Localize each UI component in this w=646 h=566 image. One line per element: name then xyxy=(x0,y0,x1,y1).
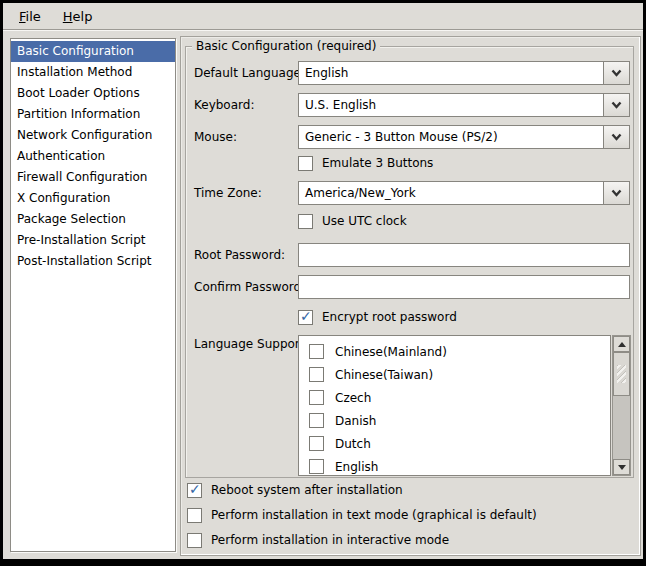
scrollbar-grip xyxy=(617,365,626,383)
default-language-value[interactable]: English xyxy=(298,61,604,85)
emulate-3-buttons-label: Emulate 3 Buttons xyxy=(322,156,433,170)
install-option-checkbox[interactable] xyxy=(187,508,202,523)
install-option-checkbox[interactable] xyxy=(187,483,202,498)
keyboard-select[interactable]: U.S. English xyxy=(298,93,630,117)
encrypt-root-password-label: Encrypt root password xyxy=(322,310,457,324)
sidebar-item[interactable]: Package Selection xyxy=(11,209,175,230)
root-password-input[interactable] xyxy=(298,243,630,267)
language-option-checkbox[interactable] xyxy=(309,367,324,382)
frame-title: Basic Configuration (required) xyxy=(192,39,380,54)
chevron-down-icon xyxy=(611,69,622,77)
encrypt-root-password-checkbox[interactable] xyxy=(298,310,313,325)
kickstart-configurator-window: File Help Basic Configuration Installati… xyxy=(0,0,646,566)
default-language-label: Default Language: xyxy=(194,61,305,85)
mouse-value[interactable]: Generic - 3 Button Mouse (PS/2) xyxy=(298,125,604,149)
confirm-password-input[interactable] xyxy=(298,275,630,299)
sidebar-item[interactable]: Boot Loader Options xyxy=(11,83,175,104)
keyboard-dropdown-button[interactable] xyxy=(603,93,630,117)
basic-configuration-frame: Basic Configuration (required) Default L… xyxy=(185,46,634,478)
emulate-3-buttons-checkbox[interactable] xyxy=(298,156,313,171)
language-option-checkbox[interactable] xyxy=(309,344,324,359)
language-option-row[interactable]: Chinese(Mainland) xyxy=(299,340,610,363)
main-panel: Basic Configuration (required) Default L… xyxy=(180,36,641,556)
sidebar-item[interactable]: Pre-Installation Script xyxy=(11,230,175,251)
install-option-label: Reboot system after installation xyxy=(211,483,403,497)
scroll-up-button[interactable] xyxy=(613,336,630,352)
use-utc-clock-label: Use UTC clock xyxy=(322,214,407,228)
section-list: Basic Configuration Installation Method … xyxy=(10,38,176,552)
menu-bar: File Help xyxy=(3,3,643,30)
sidebar-item[interactable]: Post-Installation Script xyxy=(11,251,175,272)
sidebar-item[interactable]: Authentication xyxy=(11,146,175,167)
chevron-down-icon xyxy=(611,133,622,141)
menu-file[interactable]: File xyxy=(8,5,52,28)
sidebar-item[interactable]: Network Configuration xyxy=(11,125,175,146)
language-option-label: Czech xyxy=(335,391,371,405)
install-option-checkbox[interactable] xyxy=(187,533,202,548)
language-option-checkbox[interactable] xyxy=(309,436,324,451)
language-option-row[interactable]: Chinese(Taiwan) xyxy=(299,363,610,386)
language-option-row[interactable]: Dutch xyxy=(299,432,610,455)
install-option-row: Perform installation in text mode (graph… xyxy=(187,507,537,523)
sidebar-item[interactable]: X Configuration xyxy=(11,188,175,209)
scrollbar-thumb[interactable] xyxy=(613,352,630,396)
sidebar-item[interactable]: Installation Method xyxy=(11,62,175,83)
mouse-select[interactable]: Generic - 3 Button Mouse (PS/2) xyxy=(298,125,630,149)
time-zone-dropdown-button[interactable] xyxy=(603,181,630,205)
language-list-scrollbar[interactable] xyxy=(612,335,631,476)
menu-help[interactable]: Help xyxy=(52,5,104,28)
time-zone-select[interactable]: America/New_York xyxy=(298,181,630,205)
default-language-dropdown-button[interactable] xyxy=(603,61,630,85)
install-option-label: Perform installation in interactive mode xyxy=(211,533,449,547)
language-option-checkbox[interactable] xyxy=(309,390,324,405)
install-options: Reboot system after installation Perform… xyxy=(187,482,537,548)
sidebar-item[interactable]: Partition Information xyxy=(11,104,175,125)
scroll-down-button[interactable] xyxy=(613,459,630,475)
language-option-checkbox[interactable] xyxy=(309,459,324,474)
install-option-row: Reboot system after installation xyxy=(187,482,537,498)
install-option-row: Perform installation in interactive mode xyxy=(187,532,537,548)
language-support-list: Chinese(Mainland) Chinese(Taiwan) Czech xyxy=(298,335,611,476)
language-support-label: Language Support: xyxy=(194,335,309,353)
arrow-down-icon xyxy=(618,465,626,470)
confirm-password-label: Confirm Password: xyxy=(194,275,305,299)
language-option-row[interactable]: English xyxy=(299,455,610,476)
language-option-label: Chinese(Taiwan) xyxy=(335,368,433,382)
language-option-checkbox[interactable] xyxy=(309,413,324,428)
language-option-row[interactable]: Czech xyxy=(299,386,610,409)
sidebar-item[interactable]: Firewall Configuration xyxy=(11,167,175,188)
arrow-up-icon xyxy=(618,342,626,347)
time-zone-label: Time Zone: xyxy=(194,181,262,205)
language-option-row[interactable]: Danish xyxy=(299,409,610,432)
keyboard-value[interactable]: U.S. English xyxy=(298,93,604,117)
language-option-label: Dutch xyxy=(335,437,371,451)
keyboard-label: Keyboard: xyxy=(194,93,254,117)
language-option-label: Chinese(Mainland) xyxy=(335,345,447,359)
install-option-label: Perform installation in text mode (graph… xyxy=(211,508,537,522)
mouse-dropdown-button[interactable] xyxy=(603,125,630,149)
language-option-label: Danish xyxy=(335,414,376,428)
language-option-label: English xyxy=(335,460,378,474)
chevron-down-icon xyxy=(611,189,622,197)
root-password-label: Root Password: xyxy=(194,243,285,267)
mouse-label: Mouse: xyxy=(194,125,237,149)
chevron-down-icon xyxy=(611,101,622,109)
use-utc-clock-checkbox[interactable] xyxy=(298,214,313,229)
time-zone-value[interactable]: America/New_York xyxy=(298,181,604,205)
sidebar-item[interactable]: Basic Configuration xyxy=(11,41,175,62)
default-language-select[interactable]: English xyxy=(298,61,630,85)
